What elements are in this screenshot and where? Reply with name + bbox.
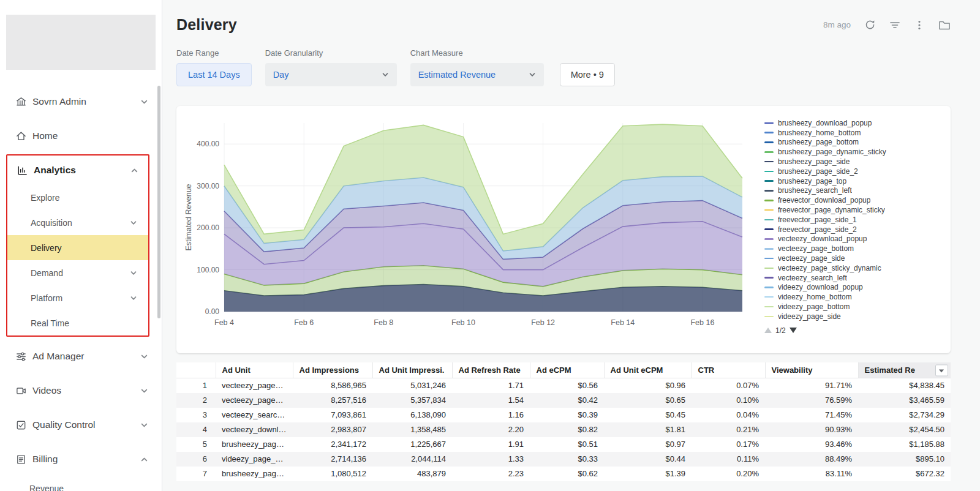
svg-text:Estimated Revenue: Estimated Revenue bbox=[184, 184, 193, 250]
legend-item[interactable]: freevector_page_side_1 bbox=[764, 215, 941, 225]
billing-receipt-icon bbox=[15, 454, 27, 465]
sidebar-item-analytics[interactable]: Analytics bbox=[7, 156, 148, 185]
legend-item[interactable]: brusheezy_page_top bbox=[764, 176, 941, 186]
column-header[interactable]: Estimated Re bbox=[858, 362, 951, 378]
table-row[interactable]: 2vecteezy_page_…8,257,5165,357,8341.54$0… bbox=[176, 393, 951, 408]
column-menu-chevron-icon[interactable] bbox=[935, 364, 948, 376]
table-row[interactable]: 6videezy_page_st…2,714,1362,044,1141.33$… bbox=[176, 452, 951, 467]
table-cell: 2.23 bbox=[452, 467, 530, 481]
legend-item[interactable]: videezy_download_popup bbox=[764, 283, 941, 293]
granularity-select[interactable]: Day bbox=[265, 63, 397, 86]
filter-icon[interactable] bbox=[889, 20, 900, 31]
column-header[interactable]: Ad Unit bbox=[216, 362, 293, 378]
legend-label: freevector_page_side_1 bbox=[778, 216, 857, 224]
column-header[interactable] bbox=[176, 362, 216, 378]
column-header[interactable]: Ad Impressions bbox=[293, 362, 372, 378]
checkbox-icon bbox=[15, 419, 27, 431]
measure-group: Chart Measure Estimated Revenue bbox=[410, 48, 544, 86]
legend-item[interactable]: vecteezy_download_popup bbox=[764, 234, 941, 244]
table-row[interactable]: 7brusheezy_page…1,080,512483,8792.23$0.6… bbox=[176, 467, 951, 481]
sidebar-item-videos[interactable]: Videos bbox=[0, 373, 162, 408]
last-updated-text: 8m ago bbox=[823, 20, 851, 29]
row-number: 4 bbox=[176, 422, 216, 437]
folder-icon[interactable] bbox=[938, 20, 951, 31]
table-cell: $1,185.88 bbox=[858, 437, 951, 452]
legend-item[interactable]: brusheezy_page_dynamic_sticky bbox=[764, 147, 941, 157]
table-cell: 0.07% bbox=[692, 378, 765, 393]
sidebar-item-demand[interactable]: Demand bbox=[7, 260, 148, 285]
legend-page-down-icon[interactable] bbox=[790, 328, 797, 333]
table-cell: 76.59% bbox=[765, 393, 858, 408]
table-cell: $895.10 bbox=[858, 452, 951, 467]
sidebar-item-real-time[interactable]: Real Time bbox=[7, 310, 148, 335]
sidebar-item-revenue[interactable]: Revenue bbox=[0, 476, 162, 491]
legend-label: brusheezy_page_top bbox=[778, 177, 846, 186]
chevron-down-icon bbox=[382, 71, 389, 78]
legend-item[interactable]: vecteezy_page_side bbox=[764, 253, 941, 263]
sidebar-item-quality-control[interactable]: Quality Control bbox=[0, 408, 162, 442]
refresh-icon[interactable] bbox=[864, 19, 876, 31]
legend-item[interactable]: videezy_home_bottom bbox=[764, 292, 941, 302]
row-number: 3 bbox=[176, 408, 216, 422]
column-header[interactable]: Ad Unit Impressi. bbox=[372, 362, 452, 378]
home-icon bbox=[15, 130, 27, 142]
sidebar-item-delivery[interactable]: Delivery bbox=[7, 235, 148, 260]
table-cell: 2,714,136 bbox=[293, 452, 372, 467]
legend-item[interactable]: vecteezy_page_sticky_dynamic bbox=[764, 263, 941, 273]
legend-item[interactable]: videezy_page_bottom bbox=[764, 302, 941, 312]
legend-item[interactable]: brusheezy_page_side bbox=[764, 157, 941, 167]
legend-label: freevector_page_side_2 bbox=[778, 225, 857, 234]
legend-label: brusheezy_search_left bbox=[778, 186, 852, 195]
row-number: 7 bbox=[176, 467, 216, 481]
legend-item[interactable]: freevector_page_side_2 bbox=[764, 225, 941, 234]
table-row[interactable]: 1vecteezy_page_…8,586,9655,031,2461.71$0… bbox=[176, 378, 951, 393]
legend-label: videezy_page_bottom bbox=[778, 302, 850, 311]
legend-item[interactable]: brusheezy_page_bottom bbox=[764, 138, 941, 148]
sidebar-item-sovrn-admin[interactable]: Sovrn Admin bbox=[0, 84, 162, 119]
table-row[interactable]: 4vecteezy_downl…2,983,8071,358,4852.20$0… bbox=[176, 422, 951, 437]
date-range-button[interactable]: Last 14 Days bbox=[176, 63, 252, 86]
svg-text:100.00: 100.00 bbox=[197, 266, 219, 274]
legend-item[interactable]: videezy_page_side bbox=[764, 312, 941, 321]
legend-color-swatch bbox=[764, 151, 774, 153]
table-cell: 1.16 bbox=[452, 408, 530, 422]
legend-item[interactable]: brusheezy_download_popup bbox=[764, 118, 941, 128]
sidebar-scrollbar[interactable] bbox=[157, 86, 160, 318]
column-header[interactable]: Ad Unit eCPM bbox=[604, 362, 692, 378]
column-header[interactable]: Viewability bbox=[765, 362, 858, 378]
legend-item[interactable]: freevector_download_popup bbox=[764, 195, 941, 205]
legend-label: videezy_download_popup bbox=[778, 283, 863, 291]
app: Sovrn Admin Home Analytics Expl bbox=[0, 0, 980, 491]
more-filters-button[interactable]: More • 9 bbox=[560, 63, 615, 86]
legend-item[interactable]: brusheezy_home_bottom bbox=[764, 128, 941, 138]
legend-item[interactable]: vecteezy_search_left bbox=[764, 273, 941, 283]
table-cell: $0.96 bbox=[604, 378, 692, 393]
sidebar-item-ad-manager[interactable]: Ad Manager bbox=[0, 339, 162, 373]
table-cell: $0.82 bbox=[530, 422, 604, 437]
table-row[interactable]: 3vecteezy_search…7,093,8616,138,0901.16$… bbox=[176, 408, 951, 422]
sidebar-item-platform[interactable]: Platform bbox=[7, 285, 148, 310]
column-header[interactable]: Ad eCPM bbox=[530, 362, 604, 378]
sidebar-item-home[interactable]: Home bbox=[0, 119, 162, 153]
measure-select[interactable]: Estimated Revenue bbox=[410, 63, 544, 86]
sidebar-item-explore[interactable]: Explore bbox=[7, 185, 148, 210]
chart-legend: brusheezy_download_popupbrusheezy_home_b… bbox=[760, 114, 941, 347]
table-cell: 88.49% bbox=[765, 452, 858, 467]
date-range-label: Date Range bbox=[176, 48, 252, 58]
legend-item[interactable]: brusheezy_search_left bbox=[764, 186, 941, 196]
table-row[interactable]: 5brusheezy_page…2,341,1721,225,6671.91$0… bbox=[176, 437, 951, 452]
svg-text:Feb 4: Feb 4 bbox=[214, 318, 234, 327]
svg-text:300.00: 300.00 bbox=[197, 182, 219, 190]
legend-page-up-icon[interactable] bbox=[764, 328, 772, 333]
column-header[interactable]: Ad Refresh Rate bbox=[452, 362, 530, 378]
measure-label: Chart Measure bbox=[410, 48, 544, 58]
table-cell: 91.71% bbox=[765, 378, 858, 393]
chevron-down-icon bbox=[140, 98, 148, 106]
legend-item[interactable]: brusheezy_page_side_2 bbox=[764, 167, 941, 176]
legend-item[interactable]: freevector_page_dynamic_sticky bbox=[764, 205, 941, 215]
sidebar-item-acquisition[interactable]: Acquisition bbox=[7, 210, 148, 235]
sidebar-item-billing[interactable]: Billing bbox=[0, 442, 162, 476]
kebab-menu-icon[interactable] bbox=[914, 20, 925, 31]
column-header[interactable]: CTR bbox=[692, 362, 765, 378]
legend-item[interactable]: vecteezy_page_bottom bbox=[764, 244, 941, 253]
